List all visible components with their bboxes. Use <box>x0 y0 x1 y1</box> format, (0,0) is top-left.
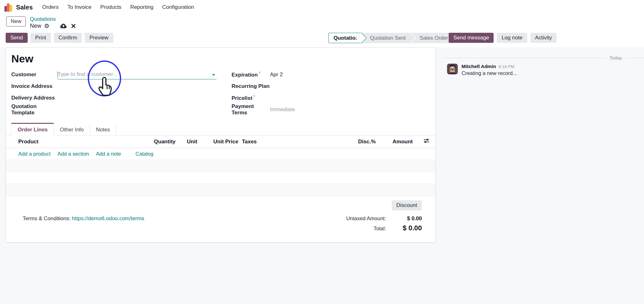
discount-button[interactable]: Discount <box>392 200 422 210</box>
order-lines-table: Product Quantity Unit Unit Price Taxes D… <box>6 136 435 196</box>
menu-to-invoice[interactable]: To Invoice <box>67 4 92 10</box>
date-divider-label: Today <box>609 55 622 60</box>
save-cloud-icon[interactable] <box>60 23 67 29</box>
add-a-note-link[interactable]: Add a note <box>96 151 121 157</box>
col-header-discount: Disc.% <box>350 136 379 148</box>
print-button[interactable]: Print <box>31 33 51 43</box>
col-header-taxes: Taxes <box>240 136 350 148</box>
main-menu: Orders To Invoice Products Reporting Con… <box>42 4 194 10</box>
app-name[interactable]: Sales <box>16 4 33 11</box>
pricelist-label: Pricelist? <box>232 95 270 101</box>
tab-other-info[interactable]: Other Info <box>54 123 90 136</box>
col-header-unit: Unit <box>179 136 210 148</box>
activity-button[interactable]: Activity <box>530 33 557 43</box>
gear-icon[interactable]: ⚙ <box>44 23 49 29</box>
total-label: Total: <box>346 226 386 232</box>
total-value: $ 0.00 <box>387 224 422 232</box>
help-icon: ? <box>258 71 260 75</box>
totals-block: Untaxed Amount: $ 0.00 Total: $ 0.00 <box>346 215 422 232</box>
order-lines-header-row: Product Quantity Unit Unit Price Taxes D… <box>6 136 435 148</box>
notebook-tabs: Order Lines Other Info Notes <box>6 123 435 136</box>
payment-terms-label: Payment Terms <box>232 103 270 116</box>
control-panel: Send Print Confirm Preview Quotation Quo… <box>0 31 644 47</box>
customer-field[interactable] <box>58 70 216 79</box>
menu-reporting[interactable]: Reporting <box>130 4 154 10</box>
text-caret <box>58 72 58 78</box>
status-step-quotation[interactable]: Quotation <box>328 33 361 43</box>
log-note-button[interactable]: Log note <box>497 33 527 43</box>
customer-label: Customer <box>11 72 58 78</box>
confirm-button[interactable]: Confirm <box>54 33 82 43</box>
col-header-amount: Amount <box>379 136 416 148</box>
payment-terms-value[interactable]: Immediate <box>270 106 295 113</box>
statusbar: Quotation Quotation Sent Sales Order <box>328 33 454 43</box>
chatter-message: Mitchell Admin 6:18 PM Creating a new re… <box>447 64 517 76</box>
breadcrumb-current: New <box>30 22 41 30</box>
add-line-row: Add a product Add a section Add a note C… <box>6 148 435 160</box>
tab-order-lines[interactable]: Order Lines <box>11 123 54 136</box>
add-a-product-link[interactable]: Add a product <box>18 151 51 157</box>
catalog-link[interactable]: Catalog <box>136 151 154 157</box>
delivery-address-label: Delivery Address <box>11 95 58 101</box>
send-message-button[interactable]: Send message <box>449 33 494 43</box>
expiration-label: Expiration? <box>232 71 270 78</box>
avatar <box>447 64 458 74</box>
empty-table-row <box>6 172 435 184</box>
col-header-unit-price: Unit Price <box>210 136 240 148</box>
send-button[interactable]: Send <box>6 33 28 43</box>
tab-notes[interactable]: Notes <box>90 123 116 136</box>
invoice-address-label: Invoice Address <box>11 83 58 89</box>
untaxed-amount-value: $ 0.00 <box>387 215 422 222</box>
customer-input[interactable] <box>58 71 216 77</box>
date-divider: Today <box>443 55 644 60</box>
help-icon: ? <box>253 95 255 98</box>
breadcrumb-row: New Quotations New ⚙ <box>0 14 644 31</box>
chevron-down-icon[interactable] <box>212 74 215 76</box>
untaxed-amount-label: Untaxed Amount: <box>346 215 386 221</box>
terms-link[interactable]: https://demo6.odoo.com/terms <box>72 215 144 221</box>
discard-x-icon[interactable] <box>71 24 76 28</box>
terms-and-conditions: Terms & Conditions: https://demo6.odoo.c… <box>23 215 144 232</box>
quotation-form-card: New Customer Invoice Address Delivery Ad… <box>5 47 436 243</box>
col-header-product: Product <box>6 136 149 148</box>
status-step-sales-order[interactable]: Sales Order <box>411 33 453 43</box>
record-action-buttons: Send Print Confirm Preview <box>6 33 113 43</box>
message-timestamp: 6:18 PM <box>499 64 514 69</box>
quotation-template-label: Quotation Template <box>11 103 58 116</box>
chatter-buttons: Send message Log note Activity <box>449 33 557 43</box>
optional-columns-icon[interactable] <box>423 138 430 143</box>
chatter-panel: Today Mitchell Admin 6:18 PM Creating a … <box>443 47 644 304</box>
menu-orders[interactable]: Orders <box>42 4 59 10</box>
recurring-plan-label: Recurring Plan <box>232 83 270 89</box>
menu-configuration[interactable]: Configuration <box>162 4 194 10</box>
preview-button[interactable]: Preview <box>85 33 113 43</box>
add-a-section-link[interactable]: Add a section <box>58 151 89 157</box>
message-body: Creating a new record... <box>462 70 517 76</box>
expiration-value[interactable]: Apr 2 <box>270 72 283 78</box>
col-header-quantity: Quantity <box>149 136 179 148</box>
menu-products[interactable]: Products <box>100 4 121 10</box>
record-title: New <box>11 53 429 65</box>
message-author: Mitchell Admin <box>462 64 496 69</box>
empty-table-row <box>6 184 435 196</box>
breadcrumb: Quotations New ⚙ <box>30 16 76 30</box>
odoo-apps-icon[interactable] <box>4 3 13 12</box>
top-nav: Sales Orders To Invoice Products Reporti… <box>0 0 644 14</box>
empty-table-row <box>6 160 435 172</box>
new-record-button[interactable]: New <box>6 16 26 26</box>
breadcrumb-quotations[interactable]: Quotations <box>30 16 76 22</box>
status-step-quotation-sent[interactable]: Quotation Sent <box>361 33 411 43</box>
